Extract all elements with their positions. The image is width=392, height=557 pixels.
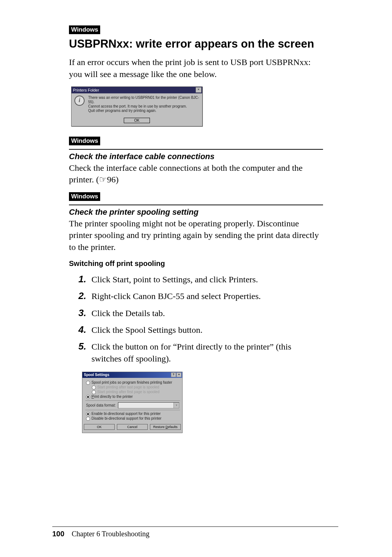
section-body-cable: Check the interface cable connections at…: [69, 162, 323, 186]
step-item: Click the Spool Settings button.: [78, 324, 323, 336]
radio-icon: [86, 395, 90, 399]
spool-format-label: Spool data format:: [86, 403, 116, 407]
dialog-titlebar: Printers Folder ×: [72, 87, 202, 93]
dialog-title: Spool Settings: [84, 373, 109, 377]
printers-folder-dialog: Printers Folder × i There was an error w…: [71, 86, 203, 126]
section-heading-cable: Check the interface cable connections: [69, 152, 323, 161]
close-icon[interactable]: ×: [176, 372, 181, 377]
radio-after-first-page: Start printing after first page is spool…: [92, 390, 179, 394]
chapter-label: Chapter 6 Troubleshooting: [72, 530, 149, 538]
cancel-button[interactable]: Cancel: [117, 424, 148, 430]
dialog-title: Printers Folder: [73, 88, 99, 92]
radio-label: Start printing after last page is spoole…: [97, 385, 159, 389]
page-number: 100: [52, 530, 64, 538]
radio-icon: [92, 386, 96, 390]
restore-defaults-button[interactable]: Restore Defaults: [150, 424, 181, 430]
radio-enable-bidi[interactable]: Enable bi-directional support for this p…: [86, 412, 179, 416]
radio-label: Enable bi-directional support for this p…: [91, 412, 161, 416]
help-icon[interactable]: ?: [171, 372, 176, 377]
radio-icon: [86, 381, 90, 385]
information-icon: i: [74, 96, 85, 106]
dialog-message-line3: Quit other programs and try printing aga…: [88, 109, 199, 113]
dialog-message: There was an error writing to USBPRN01 f…: [88, 96, 199, 113]
step-item: Click the button on for “Print directly …: [78, 341, 323, 364]
ok-button[interactable]: OK: [124, 118, 150, 123]
step-item: Right-click Canon BJC-55 and select Prop…: [78, 290, 323, 302]
os-tag-windows: Windows: [69, 192, 100, 201]
dialog-titlebar: Spool Settings ? ×: [82, 372, 182, 378]
radio-spool-jobs[interactable]: Spool print jobs so program finishes pri…: [86, 380, 179, 385]
ok-button[interactable]: OK: [84, 424, 115, 430]
radio-disable-bidi[interactable]: Disable bi-directional support for this …: [86, 416, 179, 421]
dialog-message-line1: There was an error writing to USBPRN01 f…: [88, 96, 199, 104]
procedure-title: Switching off print spooling: [69, 259, 323, 268]
radio-after-last-page: Start printing after last page is spoole…: [92, 385, 179, 390]
dialog-message-line2: Cannot access the port. It may be in use…: [88, 104, 199, 109]
chevron-down-icon: ▾: [173, 403, 179, 408]
os-tag-windows: Windows: [69, 137, 100, 145]
radio-label: Print directly to the printer: [91, 395, 133, 399]
radio-icon: [92, 390, 96, 394]
spool-settings-dialog: Spool Settings ? × Spool print jobs so p…: [82, 372, 183, 433]
radio-label: Start printing after first page is spool…: [97, 390, 159, 394]
steps-list: Click Start, point to Settings, and clic…: [78, 274, 323, 364]
step-item: Click Start, point to Settings, and clic…: [78, 274, 323, 285]
radio-icon: [86, 412, 90, 416]
radio-print-directly[interactable]: Print directly to the printer: [86, 395, 179, 399]
page-title: USBPRNxx: write error appears on the scr…: [69, 37, 323, 51]
section-heading-spool: Check the printer spooling setting: [69, 207, 323, 217]
close-icon[interactable]: ×: [196, 87, 201, 93]
os-tag-windows: Windows: [69, 25, 100, 34]
section-body-spool: The printer spooling might not be operat…: [69, 218, 323, 253]
step-item: Click the Details tab.: [78, 307, 323, 319]
intro-paragraph: If an error occurs when the print job is…: [69, 56, 323, 80]
radio-icon: [86, 417, 90, 421]
radio-label: Spool print jobs so program finishes pri…: [91, 380, 172, 384]
spool-format-dropdown[interactable]: ▾: [118, 402, 179, 408]
page-footer: 100 Chapter 6 Troubleshooting: [52, 526, 338, 538]
radio-label: Disable bi-directional support for this …: [91, 416, 162, 420]
